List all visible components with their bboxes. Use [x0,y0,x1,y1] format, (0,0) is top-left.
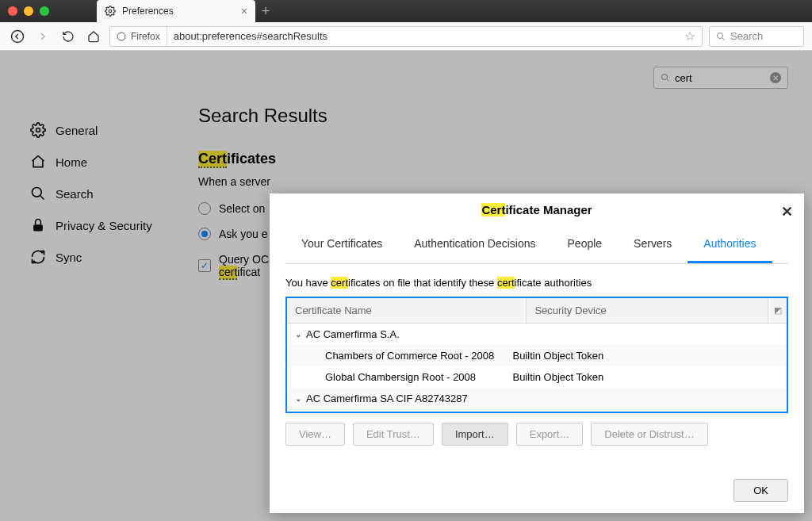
table-header: Certificate Name Security Device ◩ [287,298,787,324]
tab-authorities[interactable]: Authorities [688,226,772,263]
new-tab-button[interactable]: + [255,0,276,22]
svg-point-1 [12,30,24,42]
svg-point-0 [109,10,112,13]
cert-device: Builtin Object Token [513,371,779,383]
identity-label: Firefox [131,31,160,42]
minimize-window-button[interactable] [24,6,33,16]
browser-search-box[interactable]: Search [709,26,804,47]
cert-name: Global Chambersign Root - 2008 [325,371,513,383]
column-header-device[interactable]: Security Device [527,298,768,323]
tab-auth-decisions[interactable]: Authentication Decisions [398,226,551,263]
url-identity[interactable]: Firefox [110,27,167,46]
forward-button[interactable] [33,27,52,46]
group-name: AC Camerfirma S.A. [306,328,400,340]
ok-button[interactable]: OK [733,479,788,502]
modal-title: Certificate Manager ✕ [270,193,804,226]
cert-row[interactable]: Chambers of Commerce Root - 2008Builtin … [287,345,787,366]
cert-name: Chambers of Commerce Root - 2008 [325,350,513,362]
column-header-name[interactable]: Certificate Name [287,298,527,323]
cert-group-row[interactable]: ⌄AC Camerfirma S.A. [287,324,787,345]
cert-group-row[interactable]: ⌄AC Camerfirma SA CIF A82743287 [287,388,787,409]
tab-people[interactable]: People [552,226,619,263]
cert-row[interactable]: Camerfirma Chambers of Commerce RootBuil… [287,409,787,412]
view-button[interactable]: View… [285,423,345,446]
home-button[interactable] [84,27,103,46]
tab-strip: Preferences × + [97,0,804,22]
certificate-manager-modal: Certificate Manager ✕ Your Certificates … [270,193,804,513]
svg-point-3 [718,33,723,38]
tab-preferences[interactable]: Preferences × [97,0,255,22]
maximize-window-button[interactable] [40,6,49,16]
modal-description: You have certificates on file that ident… [285,277,788,289]
url-text: about:preferences#searchResults [167,30,678,42]
delete-button[interactable]: Delete or Distrust… [591,423,707,446]
table-body[interactable]: ⌄AC Camerfirma S.A.Chambers of Commerce … [287,324,787,412]
chevron-down-icon: ⌄ [295,330,301,339]
browser-search-placeholder: Search [730,30,763,42]
traffic-lights [8,6,49,16]
window-chrome: Preferences × + [0,0,812,22]
bookmark-star-icon[interactable]: ☆ [678,29,702,44]
cert-device: Builtin Object Token [513,350,779,362]
reload-button[interactable] [59,27,78,46]
tab-your-certificates[interactable]: Your Certificates [285,226,398,263]
tab-title: Preferences [122,6,174,17]
group-name: AC Camerfirma SA CIF A82743287 [306,393,468,404]
svg-point-2 [117,33,125,40]
modal-footer: OK [270,468,804,513]
url-bar[interactable]: Firefox about:preferences#searchResults … [109,26,703,47]
chevron-down-icon: ⌄ [295,394,301,403]
modal-body: You have certificates on file that ident… [270,264,804,468]
close-tab-icon[interactable]: × [241,5,247,17]
cert-row[interactable]: Global Chambersign Root - 2008Builtin Ob… [287,366,787,388]
import-button[interactable]: Import… [442,423,508,446]
back-button[interactable] [8,27,27,46]
certificates-table: Certificate Name Security Device ◩ ⌄AC C… [285,297,788,413]
svg-line-4 [722,37,725,40]
close-window-button[interactable] [8,6,17,16]
modal-tabs: Your Certificates Authentication Decisio… [285,226,788,264]
modal-action-buttons: View… Edit Trust… Import… Export… Delete… [285,413,788,455]
export-button[interactable]: Export… [516,423,584,446]
column-picker-icon[interactable]: ◩ [768,298,787,323]
content-area: General Home Search Privacy & Security S… [0,51,812,521]
tab-servers[interactable]: Servers [618,226,688,263]
edit-trust-button[interactable]: Edit Trust… [353,423,434,446]
nav-toolbar: Firefox about:preferences#searchResults … [0,22,812,51]
gear-icon [105,6,116,17]
close-modal-button[interactable]: ✕ [781,203,793,220]
